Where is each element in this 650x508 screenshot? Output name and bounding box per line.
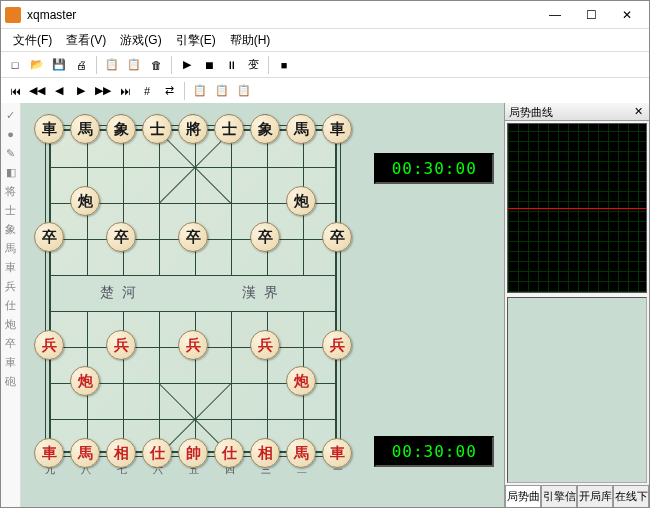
tab-opening[interactable]: 开局库 (577, 485, 613, 507)
piece-red-馬-30[interactable]: 馬 (286, 438, 316, 468)
left-item-1[interactable]: ● (3, 126, 19, 142)
piece-red-兵-16[interactable]: 兵 (34, 330, 64, 360)
left-item-0[interactable]: ✓ (3, 107, 19, 123)
tb1-btn-7[interactable]: 🗑 (146, 55, 166, 75)
tb2-btn-6[interactable]: # (137, 81, 157, 101)
menu-game[interactable]: 游戏(G) (114, 30, 167, 51)
piece-black-卒-11[interactable]: 卒 (34, 222, 64, 252)
left-item-8[interactable]: 車 (3, 259, 19, 275)
piece-black-將-4[interactable]: 將 (178, 114, 208, 144)
piece-black-士-5[interactable]: 士 (214, 114, 244, 144)
panel-title: 局势曲线 (509, 105, 553, 118)
tb2-btn-1[interactable]: ◀◀ (27, 81, 47, 101)
tb1-btn-3[interactable]: 🖨 (71, 55, 91, 75)
piece-red-兵-19[interactable]: 兵 (250, 330, 280, 360)
tb2-btn-10[interactable]: 📋 (212, 81, 232, 101)
piece-red-仕-28[interactable]: 仕 (214, 438, 244, 468)
left-item-3[interactable]: ◧ (3, 164, 19, 180)
tb1-btn-9[interactable]: ▶ (177, 55, 197, 75)
piece-black-卒-13[interactable]: 卒 (178, 222, 208, 252)
tb1-btn-1[interactable]: 📂 (27, 55, 47, 75)
window-title: xqmaster (27, 8, 537, 22)
tb2-btn-5[interactable]: ⏭ (115, 81, 135, 101)
tab-curve[interactable]: 局势曲 (505, 485, 541, 507)
tb2-btn-7[interactable]: ⇄ (159, 81, 179, 101)
left-item-6[interactable]: 象 (3, 221, 19, 237)
toolbar-main: □📂💾🖨📋📋🗑▶⏹⏸变■ (1, 51, 649, 77)
maximize-button[interactable]: ☐ (573, 3, 609, 27)
left-item-9[interactable]: 兵 (3, 278, 19, 294)
piece-black-卒-15[interactable]: 卒 (322, 222, 352, 252)
left-item-11[interactable]: 炮 (3, 316, 19, 332)
panel-header: 局势曲线 ✕ (505, 103, 649, 121)
tb1-btn-6[interactable]: 📋 (124, 55, 144, 75)
piece-red-炮-22[interactable]: 炮 (286, 366, 316, 396)
left-item-14[interactable]: 砲 (3, 373, 19, 389)
tb1-btn-11[interactable]: ⏸ (221, 55, 241, 75)
piece-red-仕-26[interactable]: 仕 (142, 438, 172, 468)
piece-black-象-6[interactable]: 象 (250, 114, 280, 144)
piece-black-象-2[interactable]: 象 (106, 114, 136, 144)
piece-red-車-23[interactable]: 車 (34, 438, 64, 468)
piece-black-卒-14[interactable]: 卒 (250, 222, 280, 252)
tab-online[interactable]: 在线下 (613, 485, 649, 507)
tb1-btn-2[interactable]: 💾 (49, 55, 69, 75)
minimize-button[interactable]: — (537, 3, 573, 27)
tb2-btn-11[interactable]: 📋 (234, 81, 254, 101)
timer-red: 00:30:00 (374, 436, 494, 467)
menu-view[interactable]: 查看(V) (60, 30, 112, 51)
piece-red-車-31[interactable]: 車 (322, 438, 352, 468)
piece-black-卒-12[interactable]: 卒 (106, 222, 136, 252)
panel-close-icon[interactable]: ✕ (631, 105, 645, 118)
timer-panel: 00:30:00 00:30:00 (364, 103, 504, 507)
xiangqi-board[interactable]: 楚河 漢界 (49, 129, 337, 453)
river: 楚河 漢界 (51, 275, 335, 311)
piece-red-相-29[interactable]: 相 (250, 438, 280, 468)
menu-engine[interactable]: 引擎(E) (170, 30, 222, 51)
timer-black: 00:30:00 (374, 153, 494, 184)
river-han: 漢界 (242, 284, 286, 302)
tb2-btn-9[interactable]: 📋 (190, 81, 210, 101)
right-panel: 局势曲线 ✕ 局势曲引擎信开局库在线下 (504, 103, 649, 507)
piece-red-相-25[interactable]: 相 (106, 438, 136, 468)
app-icon (5, 7, 21, 23)
piece-black-炮-9[interactable]: 炮 (70, 186, 100, 216)
left-item-4[interactable]: 将 (3, 183, 19, 199)
piece-red-炮-21[interactable]: 炮 (70, 366, 100, 396)
piece-black-馬-1[interactable]: 馬 (70, 114, 100, 144)
tb1-btn-5[interactable]: 📋 (102, 55, 122, 75)
piece-black-炮-10[interactable]: 炮 (286, 186, 316, 216)
menu-file[interactable]: 文件(F) (7, 30, 58, 51)
left-item-7[interactable]: 馬 (3, 240, 19, 256)
piece-red-帥-27[interactable]: 帥 (178, 438, 208, 468)
piece-black-車-0[interactable]: 車 (34, 114, 64, 144)
left-item-5[interactable]: 士 (3, 202, 19, 218)
tab-engine[interactable]: 引擎信 (541, 485, 577, 507)
tb1-btn-0[interactable]: □ (5, 55, 25, 75)
tb2-btn-0[interactable]: ⏮ (5, 81, 25, 101)
left-item-2[interactable]: ✎ (3, 145, 19, 161)
board-area: 123456789 楚河 漢界 九八七六五四三二一 車馬象士將士象馬車炮炮卒卒卒… (21, 103, 504, 507)
graph-lower (507, 297, 647, 483)
piece-red-兵-17[interactable]: 兵 (106, 330, 136, 360)
piece-black-馬-7[interactable]: 馬 (286, 114, 316, 144)
tb1-btn-12[interactable]: 变 (243, 55, 263, 75)
tb1-btn-10[interactable]: ⏹ (199, 55, 219, 75)
menubar: 文件(F)查看(V)游戏(G)引擎(E)帮助(H) (1, 29, 649, 51)
left-item-13[interactable]: 車 (3, 354, 19, 370)
left-item-10[interactable]: 仕 (3, 297, 19, 313)
tb2-btn-4[interactable]: ▶▶ (93, 81, 113, 101)
piece-red-兵-20[interactable]: 兵 (322, 330, 352, 360)
piece-red-馬-24[interactable]: 馬 (70, 438, 100, 468)
piece-black-車-8[interactable]: 車 (322, 114, 352, 144)
piece-black-士-3[interactable]: 士 (142, 114, 172, 144)
tb2-btn-2[interactable]: ◀ (49, 81, 69, 101)
toolbar-nav: ⏮◀◀◀▶▶▶⏭#⇄📋📋📋 (1, 77, 649, 103)
tb2-btn-3[interactable]: ▶ (71, 81, 91, 101)
left-item-12[interactable]: 卒 (3, 335, 19, 351)
piece-red-兵-18[interactable]: 兵 (178, 330, 208, 360)
close-button[interactable]: ✕ (609, 3, 645, 27)
tb1-btn-14[interactable]: ■ (274, 55, 294, 75)
menu-help[interactable]: 帮助(H) (224, 30, 277, 51)
graph-baseline (508, 208, 646, 209)
